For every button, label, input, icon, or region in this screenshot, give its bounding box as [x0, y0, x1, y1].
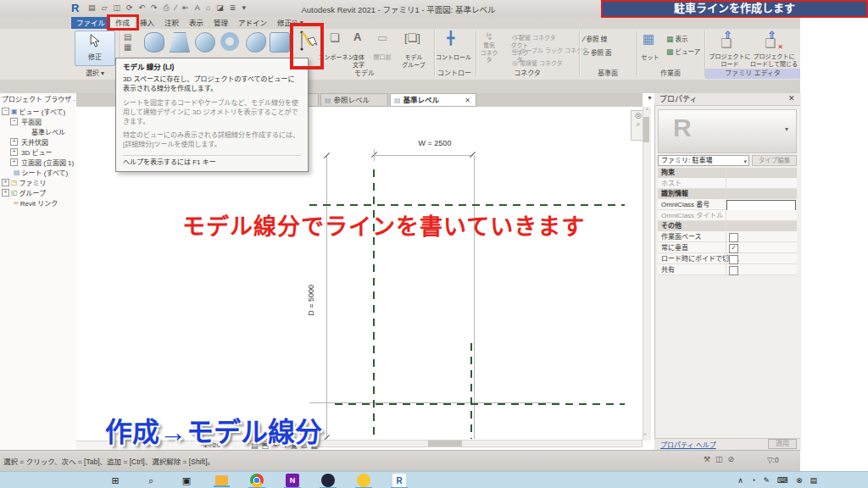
- view-tab-ref-level[interactable]: ▤参照レベル: [320, 93, 388, 107]
- section-other[interactable]: その他: [658, 221, 797, 231]
- always-vertical-checkbox[interactable]: ✓: [729, 244, 738, 253]
- prop-row-host[interactable]: ホスト: [658, 178, 797, 189]
- set-workplane-tool[interactable]: ▦: [643, 31, 654, 47]
- tree-3d-views[interactable]: + 3D ビュー: [2, 147, 75, 157]
- horizontal-scrollbar-thumb[interactable]: [428, 441, 462, 446]
- tree-expand-toggle[interactable]: −: [2, 108, 9, 115]
- keyboard-icon[interactable]: ⌨: [777, 476, 788, 485]
- show-workplane-button[interactable]: ▦ 表示: [666, 34, 700, 47]
- tree-ceiling-plans[interactable]: + 天井伏図: [2, 136, 75, 147]
- cut-voids-checkbox[interactable]: [729, 255, 738, 264]
- prop-row-workplane-based[interactable]: 作業面ベース: [658, 231, 797, 242]
- revolve-tool[interactable]: [195, 32, 215, 53]
- tree-expand-toggle[interactable]: +: [10, 148, 18, 156]
- zoom-icon[interactable]: ⌕: [636, 119, 640, 129]
- dimension-line-d[interactable]: [326, 155, 327, 439]
- tab-addins[interactable]: アドイン: [233, 17, 272, 29]
- steering-wheel-icon[interactable]: ◎: [635, 111, 642, 119]
- start-button[interactable]: ⊞: [108, 474, 122, 487]
- print-icon[interactable]: ⎙: [164, 3, 170, 14]
- model-line-top[interactable]: [309, 204, 625, 206]
- tray-expand-icon[interactable]: ∧: [737, 476, 743, 485]
- save-icon[interactable]: ◫: [113, 3, 120, 14]
- family-category-icon[interactable]: ▦: [124, 42, 131, 52]
- preview-dropdown-icon[interactable]: ▾: [785, 125, 788, 133]
- scroll-down-icon[interactable]: ˅: [643, 432, 647, 437]
- opening-tool[interactable]: ▭: [377, 31, 387, 44]
- tab-view[interactable]: 表示: [184, 17, 209, 29]
- task-view-button[interactable]: ▣: [180, 474, 193, 487]
- tree-groups[interactable]: + ◱ グループ: [2, 187, 75, 197]
- tree-ref-level[interactable]: 基準レベル: [2, 126, 75, 136]
- exclude-options-icon[interactable]: ⊘: [728, 455, 735, 463]
- revit-app-icon[interactable]: R: [71, 2, 79, 14]
- measure-icon[interactable]: ∕: [175, 3, 177, 14]
- ime-icon[interactable]: ▤: [810, 476, 817, 485]
- dimension-icon[interactable]: ⇤: [182, 3, 189, 14]
- model-line-right[interactable]: [470, 343, 472, 439]
- pen-icon[interactable]: ✎: [763, 476, 770, 485]
- design-options-icon[interactable]: ◫: [715, 455, 723, 463]
- view-tab-overflow-icon[interactable]: ▼: [647, 95, 653, 101]
- close-properties-icon[interactable]: ✕: [788, 94, 795, 103]
- horizontal-scrollbar[interactable]: [314, 440, 643, 447]
- tree-expand-toggle[interactable]: [6, 169, 12, 175]
- tree-expand-toggle[interactable]: +: [2, 189, 9, 197]
- tree-views[interactable]: − ▣ ビュー (すべて): [2, 106, 75, 116]
- vertical-scrollbar-thumb[interactable]: [643, 117, 649, 142]
- tree-expand-toggle[interactable]: [22, 129, 28, 135]
- edit-type-button[interactable]: タイプ編集: [752, 155, 797, 166]
- dimension-width-label[interactable]: W = 2500: [397, 139, 473, 147]
- select-panel-label[interactable]: 選択 ▾: [71, 69, 119, 79]
- section-identity[interactable]: 識別情報: [658, 189, 797, 199]
- tab-file[interactable]: ファイル: [71, 17, 110, 29]
- tree-expand-toggle[interactable]: +: [2, 179, 9, 186]
- control-tool[interactable]: ╋: [447, 30, 454, 46]
- section-icon[interactable]: ◪: [216, 3, 224, 14]
- prop-row-always-vertical[interactable]: 常に垂直: [658, 242, 797, 253]
- model-text-tool[interactable]: A: [353, 30, 361, 43]
- revit-button[interactable]: R: [392, 474, 406, 487]
- shared-checkbox[interactable]: [729, 266, 738, 275]
- close-view-tab-icon[interactable]: ✕: [465, 95, 470, 107]
- open-icon[interactable]: ▱: [102, 3, 108, 14]
- file-menu-icon[interactable]: ▤: [88, 3, 96, 14]
- file-explorer-button[interactable]: [215, 475, 228, 485]
- prop-row-cut-voids[interactable]: ロード時にボイドで切り..: [658, 253, 797, 264]
- thin-lines-icon[interactable]: ≣: [230, 3, 236, 14]
- load-into-project-button[interactable]: ❏ ⇧: [719, 32, 737, 51]
- properties-help-link[interactable]: プロパティ ヘルプ: [660, 440, 716, 449]
- modify-button[interactable]: 修正: [75, 30, 115, 66]
- tree-families[interactable]: + ◳ ファミリ: [2, 177, 75, 187]
- tree-floor-plans[interactable]: − 平面図: [2, 116, 75, 126]
- void-forms-tool[interactable]: [270, 32, 290, 53]
- tab-annotate[interactable]: 注釈: [159, 17, 184, 29]
- reference-plane-button[interactable]: ▱ 参照 面: [583, 47, 612, 61]
- tree-expand-toggle[interactable]: −: [10, 118, 18, 125]
- default-3d-view-icon[interactable]: ⌂: [206, 3, 210, 14]
- selection-filter-count[interactable]: ▽:0: [767, 456, 779, 464]
- sync-icon[interactable]: ⟳: [126, 3, 133, 14]
- clock-icon[interactable]: ◔: [751, 476, 755, 485]
- browser-dark-button[interactable]: [321, 474, 335, 487]
- tree-expand-toggle[interactable]: +: [10, 158, 18, 166]
- workplane-viewer-button[interactable]: ▩ ビューア: [666, 47, 700, 59]
- model-group-tool[interactable]: [❏]: [404, 31, 420, 44]
- reference-line-button[interactable]: ∕ 参照 線: [583, 34, 612, 47]
- tree-expand-toggle[interactable]: +: [10, 138, 18, 146]
- vertical-scrollbar[interactable]: ˄: [643, 107, 651, 441]
- worksharing-icon[interactable]: ⚒: [704, 455, 710, 463]
- search-button[interactable]: ⌕: [144, 474, 158, 487]
- tab-manage[interactable]: 管理: [209, 17, 233, 29]
- family-types-icon[interactable]: ▤: [124, 32, 131, 42]
- tree-expand-toggle[interactable]: [6, 200, 12, 206]
- model-line-bottom[interactable]: [335, 403, 625, 405]
- app-yellow-button[interactable]: [357, 474, 370, 487]
- dimension-depth-label[interactable]: D = 5000: [307, 285, 315, 316]
- section-constraints[interactable]: 拘束: [658, 168, 797, 178]
- dimension-line-w[interactable]: [374, 155, 473, 156]
- view-tab-base-level[interactable]: ▤基準レベル ✕: [390, 93, 476, 107]
- tree-revit-links[interactable]: ∞ Revit リンク: [2, 197, 75, 208]
- workplane-based-checkbox[interactable]: [729, 233, 738, 242]
- chrome-button[interactable]: [250, 474, 264, 487]
